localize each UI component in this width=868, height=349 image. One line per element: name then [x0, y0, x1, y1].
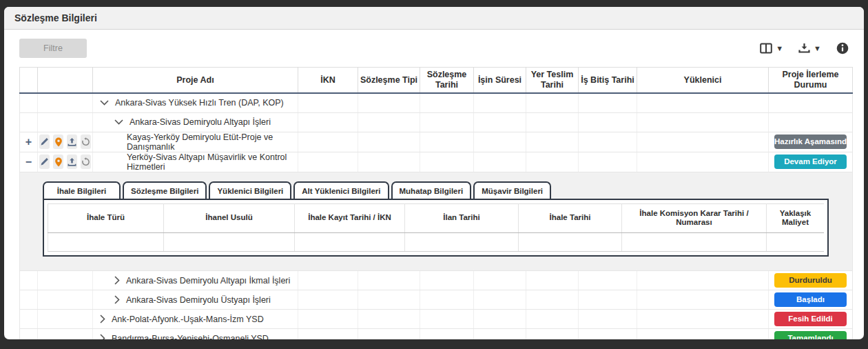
empty-cell: [38, 112, 93, 132]
empty-cell: [769, 112, 853, 132]
empty-cell: [637, 93, 769, 112]
project-name[interactable]: Ankara-Sivas Demiryolu Üstyapı İşleri: [126, 295, 271, 305]
history-icon[interactable]: [81, 134, 91, 149]
location-pin-icon[interactable]: [53, 154, 63, 169]
column-header-project-name: Proje Adı: [93, 68, 298, 94]
chevron-down-icon: ▼: [814, 45, 821, 52]
empty-cell: [526, 271, 579, 290]
chevron-right-icon[interactable]: [114, 295, 120, 304]
empty-cell: [420, 132, 474, 152]
upload-icon[interactable]: [67, 154, 77, 169]
collapse-row-button[interactable]: −: [20, 152, 38, 172]
empty-cell: [420, 310, 474, 329]
empty-cell: [420, 271, 474, 290]
empty-cell: [579, 152, 637, 172]
toolbar: Filtre ▼ ▼: [19, 39, 853, 58]
project-name[interactable]: Bandırma-Bursa-Yenişehi-Osmaneli YSD: [112, 334, 269, 339]
empty-cell: [474, 93, 526, 112]
column-header-contractor: Yüklenici: [637, 68, 769, 94]
empty-cell: [298, 132, 358, 152]
chevron-down-icon[interactable]: [114, 119, 123, 125]
tender-info-table: İhale Türü İhanel Usulü İhale Kayıt Tari…: [48, 203, 824, 252]
tab-musavir-bilgileri[interactable]: Müşavir Bilgileri: [473, 181, 551, 199]
empty-cell: [579, 329, 637, 339]
status-badge: Tamamlandı: [774, 331, 847, 339]
project-name[interactable]: Ankara-Sivas Demiryolu Altyapı İkmal İşl…: [126, 276, 290, 286]
empty-cell: [474, 112, 526, 132]
empty-cell: [474, 329, 526, 339]
empty-cell: [298, 112, 358, 132]
tab-yuklenici-bilgileri[interactable]: Yüklenici Bilgileri: [209, 181, 291, 199]
contracts-table: Proje Adı İKN Sözleşme Tipi Sözleşme Tar…: [19, 67, 853, 339]
export-menu[interactable]: ▼: [798, 43, 821, 54]
chevron-right-icon[interactable]: [114, 276, 120, 285]
project-name[interactable]: Ankara-Sivas Yüksek Hızlı Tren (DAP, KOP…: [115, 98, 284, 108]
empty-cell: [358, 310, 420, 329]
empty-cell: [20, 93, 38, 112]
empty-cell: [474, 310, 526, 329]
column-header-announcement-date: İlan Tarihi: [405, 203, 519, 233]
column-header-tender-date: İhale Tarihi: [519, 203, 622, 233]
empty-cell: [298, 152, 358, 172]
download-icon[interactable]: [798, 43, 810, 54]
status-badge: Hazırlık Aşamasında: [774, 134, 847, 150]
edit-icon[interactable]: [39, 154, 50, 169]
empty-cell: [358, 329, 420, 339]
empty-cell: [420, 93, 474, 112]
location-pin-icon[interactable]: [53, 134, 63, 149]
status-badge: Fesih Edildi: [774, 312, 847, 327]
column-header-estimated-cost: Yaklaşık Maliyet: [767, 203, 825, 233]
column-header-work-duration: İşin Süresi: [474, 68, 526, 94]
column-header-site-delivery-date: Yer Teslim Tarihi: [526, 68, 579, 94]
project-name[interactable]: Yerköy-Sivas Altyapı Müşavirlik ve Kontr…: [127, 152, 296, 172]
column-header-ikn: İKN: [298, 68, 358, 94]
column-header-commission-decision: İhale Komisyon Karar Tarihi / Numarası: [622, 203, 767, 233]
empty-cell: [38, 310, 93, 329]
chevron-right-icon[interactable]: [100, 315, 105, 323]
empty-cell: [526, 112, 579, 132]
expand-row-button[interactable]: +: [20, 132, 38, 152]
status-badge: Başladı: [774, 292, 847, 308]
column-visibility-menu[interactable]: ▼: [760, 43, 783, 54]
page-title: Sözleşme Bilgileri: [4, 7, 864, 30]
detail-panel: İhale Türü İhanel Usulü İhale Kayıt Tari…: [43, 199, 829, 257]
empty-cell: [637, 329, 769, 339]
empty-cell: [405, 233, 519, 252]
empty-cell: [358, 132, 420, 152]
tab-muhatap-bilgileri[interactable]: Muhatap Bilgileri: [391, 181, 472, 199]
table-row: Ank-Polat-Afyonk.-Uşak-Mans-İzm YSD Fesi…: [20, 310, 853, 329]
empty-cell: [164, 233, 295, 252]
info-icon[interactable]: [836, 42, 849, 54]
empty-cell: [420, 152, 474, 172]
history-icon[interactable]: [81, 154, 91, 169]
tab-ihale-bilgileri[interactable]: İhale Bilgileri: [43, 181, 121, 199]
empty-cell: [579, 310, 637, 329]
column-header-progress-status: Proje İlerleme Durumu: [769, 68, 853, 94]
detail-row: İhale Bilgileri Sözleşme Bilgileri Yükle…: [20, 172, 853, 271]
empty-cell: [579, 290, 637, 310]
inner-table-row: [48, 233, 825, 252]
filter-button[interactable]: Filtre: [19, 39, 87, 58]
contracts-panel: Sözleşme Bilgileri Filtre ▼ ▼: [4, 7, 864, 339]
chevron-right-icon[interactable]: [100, 334, 105, 339]
edit-icon[interactable]: [39, 134, 50, 149]
empty-cell: [358, 93, 420, 112]
project-name[interactable]: Ank-Polat-Afyonk.-Uşak-Mans-İzm YSD: [112, 315, 264, 324]
upload-icon[interactable]: [67, 134, 77, 149]
empty-cell: [48, 233, 164, 252]
table-header-row: Proje Adı İKN Sözleşme Tipi Sözleşme Tar…: [20, 68, 853, 94]
project-name[interactable]: Kayaş-Yerköy Demiryolu Etüt-Proje ve Dan…: [127, 132, 296, 152]
empty-cell: [526, 132, 579, 152]
empty-cell: [526, 329, 579, 339]
empty-cell: [420, 290, 474, 310]
columns-icon[interactable]: [760, 43, 772, 54]
empty-cell: [298, 310, 358, 329]
column-header-expander: [20, 68, 38, 94]
empty-cell: [38, 290, 93, 310]
tab-alt-yuklenici-bilgileri[interactable]: Alt Yüklenici Bilgileri: [293, 181, 389, 199]
column-header-tender-record-date: İhale Kayıt Tarihi / İKN: [295, 203, 405, 233]
project-name[interactable]: Ankara-Sivas Demiryolu Altyapı İşleri: [130, 117, 271, 127]
chevron-down-icon[interactable]: [100, 100, 109, 106]
tab-sozlesme-bilgileri[interactable]: Sözleşme Bilgileri: [123, 181, 207, 199]
empty-cell: [637, 290, 769, 310]
